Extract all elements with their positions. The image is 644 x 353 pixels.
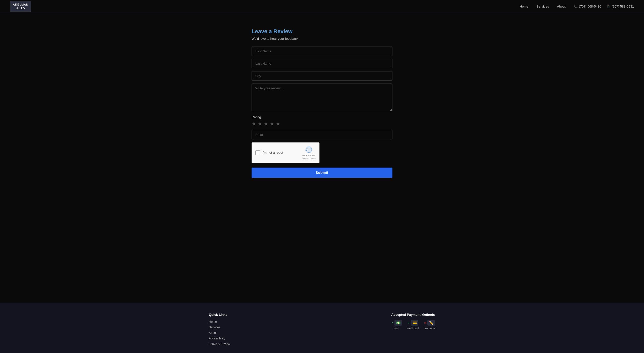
rating-label: Rating: [252, 115, 392, 119]
phone2-number: (707) 583-5931: [612, 5, 634, 8]
main-content: Leave a Review We'd love to hear your fe…: [0, 13, 644, 303]
nav-about[interactable]: About: [557, 5, 566, 8]
no-checks-label: no checks: [424, 327, 435, 330]
logo-line2: AUTO: [16, 7, 25, 10]
payment-methods-list: ✓ 💵 cash ✓ 💳 credit card ⊘ ✏️: [391, 320, 435, 330]
captcha-checkbox[interactable]: [255, 150, 260, 155]
navbar: ADELMAN AUTO Home Services About 📞 (707)…: [0, 0, 644, 13]
payment-cash: ✓ 💵 cash: [391, 320, 402, 330]
phone2-icon: 📱: [606, 5, 610, 8]
logo-line1: ADELMAN: [13, 3, 28, 6]
first-name-input[interactable]: [252, 47, 392, 56]
star-3[interactable]: ★: [264, 121, 268, 127]
recaptcha-logo-icon: [305, 146, 313, 154]
payment-credit-card: ✓ 💳 credit card: [407, 320, 419, 330]
footer-link-home[interactable]: Home: [209, 320, 230, 324]
footer-link-services[interactable]: Services: [209, 326, 230, 329]
review-form-container: Leave a Review We'd love to hear your fe…: [252, 28, 392, 283]
form-title: Leave a Review: [252, 28, 392, 35]
captcha-right: reCAPTCHA Privacy - Terms: [302, 146, 316, 160]
footer-link-accessibility[interactable]: Accessibility: [209, 337, 230, 340]
nav-links: Home Services About 📞 (707) 568-5436 📱 (…: [520, 5, 634, 8]
star-4[interactable]: ★: [270, 121, 274, 127]
footer-payment-methods: Accepted Payment Methods ✓ 💵 cash ✓ 💳 cr…: [391, 313, 435, 330]
submit-button[interactable]: Submit: [252, 168, 392, 178]
footer: Quick Links Home Services About Accessib…: [0, 303, 644, 353]
quick-links-title: Quick Links: [209, 313, 230, 317]
svg-point-0: [305, 146, 312, 153]
star-rating: ★ ★ ★ ★ ★: [252, 121, 392, 127]
nav-services[interactable]: Services: [536, 5, 549, 8]
email-input[interactable]: [252, 130, 392, 139]
captcha-left: I'm not a robot: [255, 150, 283, 155]
credit-card-check-icon: ✓: [408, 321, 410, 325]
cash-icon: 💵: [394, 320, 402, 326]
footer-link-about[interactable]: About: [209, 331, 230, 335]
last-name-input[interactable]: [252, 59, 392, 68]
footer-link-leave-review[interactable]: Leave A Review: [209, 342, 230, 346]
review-textarea[interactable]: [252, 84, 392, 111]
nav-phones: 📞 (707) 568-5436 📱 (707) 583-5931: [574, 5, 634, 8]
footer-links-list: Home Services About Accessibility Leave …: [209, 320, 230, 346]
credit-card-icon: 💳: [411, 320, 418, 326]
logo[interactable]: ADELMAN AUTO: [10, 1, 31, 12]
credit-card-label: credit card: [407, 327, 419, 330]
recaptcha-brand: reCAPTCHA: [302, 154, 315, 157]
nav-home[interactable]: Home: [520, 5, 529, 8]
phone1-number: (707) 568-5436: [579, 5, 601, 8]
no-checks-icon: ✏️: [427, 320, 435, 326]
footer-inner: Quick Links Home Services About Accessib…: [209, 313, 435, 346]
recaptcha-links: Privacy - Terms: [302, 158, 316, 160]
form-subtitle: We'd love to hear your feedback: [252, 37, 392, 41]
star-1[interactable]: ★: [252, 121, 256, 127]
cash-check-icon: ✓: [391, 321, 393, 325]
payment-no-checks: ⊘ ✏️ no checks: [424, 320, 435, 330]
footer-quick-links: Quick Links Home Services About Accessib…: [209, 313, 230, 346]
payment-title: Accepted Payment Methods: [391, 313, 435, 317]
phone1[interactable]: 📞 (707) 568-5436: [574, 5, 601, 8]
captcha-label: I'm not a robot: [262, 151, 283, 154]
star-2[interactable]: ★: [258, 121, 262, 127]
captcha-widget[interactable]: I'm not a robot reCAPTCHA Privacy - Term…: [252, 142, 319, 163]
cash-icon-wrap: ✓ 💵: [391, 320, 402, 326]
city-input[interactable]: [252, 71, 392, 81]
no-checks-no-icon: ⊘: [424, 321, 426, 325]
no-checks-icon-wrap: ⊘ ✏️: [424, 320, 435, 326]
cash-label: cash: [394, 327, 399, 330]
star-5[interactable]: ★: [276, 121, 280, 127]
credit-card-icon-wrap: ✓ 💳: [408, 320, 418, 326]
phone2[interactable]: 📱 (707) 583-5931: [606, 5, 634, 8]
phone1-icon: 📞: [574, 5, 578, 8]
